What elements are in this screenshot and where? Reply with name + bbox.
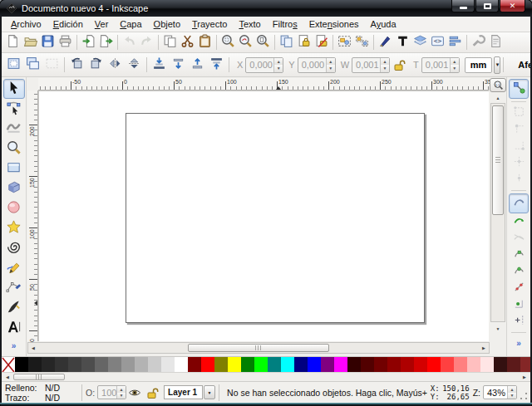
calligraphy-tool-button[interactable] (3, 298, 25, 318)
horizontal-ruler[interactable]: -50050100150200250300350 (38, 78, 489, 90)
raise-to-top-button[interactable] (207, 56, 226, 75)
palette-swatch-ff0000[interactable] (201, 357, 214, 372)
palette-swatch-00ff00[interactable] (254, 357, 268, 372)
menu-ayuda[interactable]: Ayuda (365, 17, 402, 31)
document-properties-button[interactable] (487, 34, 505, 51)
inkscape-preferences-button[interactable] (470, 34, 487, 51)
palette-swatch-000080[interactable] (294, 357, 308, 372)
x-field[interactable]: 0,000▲▼ (245, 57, 283, 73)
palette-swatch-ff00ff[interactable] (334, 357, 347, 372)
palette-swatch-4d4d4d[interactable] (81, 357, 95, 372)
width-field[interactable]: 0,001▲▼ (352, 57, 390, 73)
ungroup-objects-button[interactable] (353, 34, 371, 51)
palette-scroll-left-button[interactable]: ◀ (2, 374, 12, 380)
y-field-down-button[interactable]: ▼ (327, 65, 335, 72)
y-field-up-button[interactable]: ▲ (327, 58, 335, 66)
palette-swatch-520000[interactable] (361, 357, 374, 372)
select-all-button[interactable] (4, 56, 23, 75)
export-button[interactable] (97, 34, 115, 51)
palette-swatch-ffffff[interactable] (175, 357, 188, 372)
menu-trayecto[interactable]: Trayecto (186, 17, 233, 31)
menu-ver[interactable]: Ver (89, 17, 115, 31)
ellipse-tool-button[interactable] (3, 198, 25, 218)
palette-scroll-right-button[interactable]: ▶ (520, 374, 530, 380)
width-field-down-button[interactable]: ▼ (381, 65, 389, 72)
paste-button[interactable] (196, 34, 214, 51)
palette-swatch-800080[interactable] (321, 357, 334, 372)
canvas[interactable] (38, 90, 489, 341)
scroll-right-button[interactable]: ▶ (479, 343, 489, 353)
palette-swatch-ff8080[interactable] (454, 357, 467, 372)
group-objects-button[interactable] (336, 34, 353, 51)
palette-swatch-b3b3b3[interactable] (135, 357, 148, 372)
flip-vertical-button[interactable] (125, 56, 144, 75)
menu-objeto[interactable]: Objeto (148, 17, 186, 31)
palette-swatch-ffe5e5[interactable] (480, 357, 494, 372)
raise-button[interactable] (188, 56, 207, 75)
unit-dropdown-button[interactable]: ▼ (494, 56, 500, 74)
save-document-button[interactable] (39, 34, 57, 51)
snap-smooth-nodes-button[interactable] (509, 263, 529, 280)
menu-edicin[interactable]: Edición (47, 17, 89, 31)
palette-swatch-999999[interactable] (121, 357, 135, 372)
close-button[interactable]: ✕ (500, 0, 525, 12)
snap-object-centers-button[interactable] (509, 296, 529, 313)
opacity-up-button[interactable]: ▲ (117, 386, 126, 393)
palette-swatch-8f0000[interactable] (387, 357, 401, 372)
palette-swatch-331010[interactable] (494, 357, 507, 372)
palette-swatch-000000[interactable] (15, 357, 28, 372)
scroll-left-button[interactable]: ◀ (28, 343, 38, 353)
snapbar-overflow-button[interactable]: » (516, 339, 521, 348)
palette-swatch-ff4040[interactable] (441, 357, 454, 372)
snap-nodes-handles-button[interactable] (509, 193, 529, 213)
opacity-down-button[interactable]: ▼ (117, 393, 126, 399)
layer-selector[interactable]: Layer 1 ▼ (164, 385, 215, 399)
cut-button[interactable] (179, 34, 196, 51)
create-clone-button[interactable] (295, 34, 313, 51)
palette-swatch-808000[interactable] (214, 357, 228, 372)
tweak-tool-button[interactable] (3, 119, 25, 139)
rectangle-tool-button[interactable] (3, 159, 25, 179)
select-all-in-all-layers-button[interactable] (23, 56, 42, 75)
palette-swatch-d40000[interactable] (414, 357, 427, 372)
align-distribute-dialog-button[interactable] (446, 34, 464, 51)
layer-lock-icon[interactable] (145, 386, 160, 399)
open-document-button[interactable] (22, 34, 39, 51)
palette-swatch-ff0000[interactable] (427, 357, 441, 372)
palette-swatch-none[interactable] (2, 357, 15, 372)
vertical-scroll-track[interactable] (490, 103, 505, 322)
menu-archivo[interactable]: Archivo (5, 17, 47, 31)
palette-swatch-0000ff[interactable] (308, 357, 321, 372)
vertical-ruler[interactable]: 200150100500 (27, 90, 38, 341)
snap-line-midpoints-button[interactable] (509, 280, 529, 296)
width-field-up-button[interactable]: ▲ (381, 58, 389, 66)
toolbox-overflow-button[interactable]: » (12, 341, 17, 350)
menu-extensiones[interactable]: Extensiones (303, 17, 365, 31)
vertical-scrollbar[interactable]: 1:1 ▲ ▼ (490, 77, 506, 342)
palette-swatch-5c1a1a[interactable] (507, 357, 520, 372)
zoom-spinbox[interactable]: 43% ▲▼ (483, 385, 517, 399)
text-dialog-button[interactable] (394, 34, 411, 51)
enable-snapping-button[interactable] (509, 79, 529, 99)
palette-swatch-404040[interactable] (68, 357, 81, 372)
unlink-clone-button[interactable] (313, 34, 330, 51)
star-tool-button[interactable] (3, 218, 25, 238)
palette-swatch-333333[interactable] (55, 357, 68, 372)
flip-horizontal-button[interactable] (106, 56, 125, 75)
zoom-to-page-button[interactable] (254, 34, 272, 51)
rotate-90-ccw-button[interactable] (67, 56, 86, 75)
palette-swatch-e6e6e6[interactable] (161, 357, 175, 372)
horizontal-scrollbar[interactable]: ◀ ▶ (27, 342, 490, 354)
palette-scroll-thumb[interactable] (13, 374, 65, 380)
resize-grip[interactable] (520, 392, 529, 401)
palette-swatch-ffff00[interactable] (228, 357, 241, 372)
title-bar[interactable]: Documento nuevo 4 - Inkscape ✕ (0, 0, 532, 17)
maximize-button[interactable] (475, 0, 499, 12)
fill-stroke-indicator[interactable]: Relleno: N/D Trazo: N/D (2, 383, 78, 403)
xml-editor-button[interactable]: <> (429, 34, 446, 51)
lock-ratio-open-icon[interactable] (392, 58, 406, 71)
height-field-down-button[interactable]: ▼ (451, 65, 459, 72)
current-layer[interactable]: Layer 1 (164, 385, 203, 399)
zoom-up-button[interactable]: ▲ (508, 386, 516, 393)
palette-swatch-710000[interactable] (374, 357, 387, 372)
